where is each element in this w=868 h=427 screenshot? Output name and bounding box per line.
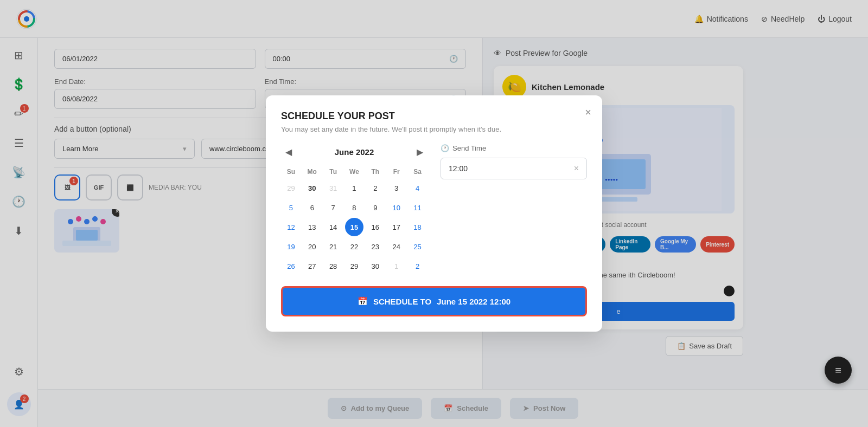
cal-day-14[interactable]: 14 <box>324 218 342 236</box>
send-time-input[interactable]: 12:00 × <box>441 158 587 179</box>
cal-day-9[interactable]: 9 <box>366 198 385 217</box>
cal-day-21[interactable]: 21 <box>324 237 342 256</box>
cal-day-30[interactable]: 30 <box>366 257 385 275</box>
calendar: ◀ June 2022 ▶ Su Mo Tu We Th Fr Sa 29 30 <box>281 144 427 275</box>
cal-day-5[interactable]: 5 <box>282 198 300 217</box>
cal-day-29[interactable]: 29 <box>345 257 363 275</box>
send-time-clear-button[interactable]: × <box>574 164 579 173</box>
cal-day-30[interactable]: 30 <box>303 179 321 197</box>
calendar-month-year: June 2022 <box>335 147 374 157</box>
modal-overlay[interactable]: SCHEDULE YOUR POST You may set any date … <box>0 0 868 427</box>
schedule-to-button[interactable]: 📅 SCHEDULE TO June 15 2022 12:00 <box>281 286 587 316</box>
cal-day-6[interactable]: 6 <box>303 198 321 217</box>
cal-day-8[interactable]: 8 <box>345 198 363 217</box>
cal-day-3[interactable]: 3 <box>387 179 406 197</box>
calendar-prev-button[interactable]: ◀ <box>281 144 296 159</box>
modal-body: ◀ June 2022 ▶ Su Mo Tu We Th Fr Sa 29 30 <box>281 144 587 275</box>
cal-day-12[interactable]: 12 <box>282 218 300 236</box>
cal-day-25[interactable]: 25 <box>409 237 427 256</box>
cal-day-23[interactable]: 23 <box>366 237 385 256</box>
cal-day-27[interactable]: 27 <box>303 257 321 275</box>
clock-send-icon: 🕐 <box>441 144 449 152</box>
cal-day-1-next[interactable]: 1 <box>387 257 406 275</box>
schedule-btn-label: SCHEDULE TO <box>373 297 431 306</box>
cal-header-mo: Mo <box>302 166 322 178</box>
cal-day-20[interactable]: 20 <box>303 237 321 256</box>
cal-header-th: Th <box>365 166 385 178</box>
cal-day-11[interactable]: 11 <box>409 198 427 217</box>
cal-day-15[interactable]: 15 <box>345 218 363 236</box>
cal-day-26[interactable]: 26 <box>282 257 300 275</box>
calendar-next-button[interactable]: ▶ <box>412 144 427 159</box>
send-time-value: 12:00 <box>449 164 468 173</box>
cal-day-2-next[interactable]: 2 <box>409 257 427 275</box>
cal-day-24[interactable]: 24 <box>387 237 406 256</box>
cal-day-16[interactable]: 16 <box>366 218 385 236</box>
cal-day-2[interactable]: 2 <box>366 179 385 197</box>
cal-header-sa: Sa <box>407 166 427 178</box>
send-time-label: 🕐 Send Time <box>441 144 587 152</box>
cal-day-22[interactable]: 22 <box>345 237 363 256</box>
schedule-btn-date: June 15 2022 12:00 <box>437 297 510 306</box>
cal-day-31-prev[interactable]: 31 <box>324 179 342 197</box>
cal-day-1[interactable]: 1 <box>345 179 363 197</box>
cal-day-28[interactable]: 28 <box>324 257 342 275</box>
cal-day-29-prev[interactable]: 29 <box>282 179 300 197</box>
cal-day-19[interactable]: 19 <box>282 237 300 256</box>
cal-header-fr: Fr <box>386 166 406 178</box>
cal-day-17[interactable]: 17 <box>387 218 406 236</box>
calendar-header: ◀ June 2022 ▶ <box>281 144 427 159</box>
schedule-modal: SCHEDULE YOUR POST You may set any date … <box>266 95 602 332</box>
calendar-grid: Su Mo Tu We Th Fr Sa 29 30 31 1 2 3 4 <box>281 166 427 275</box>
modal-title: SCHEDULE YOUR POST <box>281 111 587 122</box>
cal-day-18[interactable]: 18 <box>409 218 427 236</box>
send-time-section: 🕐 Send Time 12:00 × <box>441 144 587 275</box>
modal-close-button[interactable]: × <box>585 106 591 119</box>
cal-day-10[interactable]: 10 <box>387 198 406 217</box>
cal-header-we: We <box>344 166 365 178</box>
cal-header-tu: Tu <box>323 166 343 178</box>
modal-subtitle: You may set any date in the future. We'l… <box>281 125 587 133</box>
cal-header-su: Su <box>281 166 301 178</box>
calendar-schedule-icon: 📅 <box>358 296 368 306</box>
cal-day-4[interactable]: 4 <box>409 179 427 197</box>
cal-day-7[interactable]: 7 <box>324 198 342 217</box>
cal-day-13[interactable]: 13 <box>303 218 321 236</box>
